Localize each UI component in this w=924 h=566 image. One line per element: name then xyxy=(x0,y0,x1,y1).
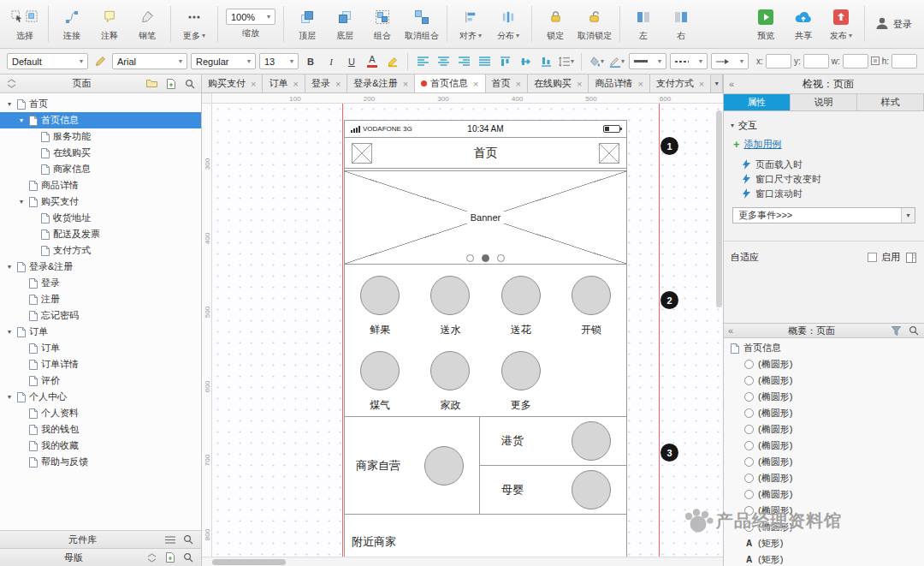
carousel-dot[interactable] xyxy=(466,254,474,262)
tool-select-button[interactable]: 选择 xyxy=(7,2,43,46)
merchant-self-cell[interactable]: 商家自营 xyxy=(345,417,480,514)
mother-baby-circle[interactable] xyxy=(572,470,611,509)
highlight-button[interactable] xyxy=(384,53,401,70)
outline-item-5[interactable]: (椭圆形) xyxy=(724,438,924,454)
tree-item-2[interactable]: 服务功能 xyxy=(0,128,201,145)
tab-close-icon[interactable]: × xyxy=(516,79,521,89)
outline-item-2[interactable]: (椭圆形) xyxy=(724,389,924,405)
border-width-dropdown[interactable]: ▾ xyxy=(629,53,666,69)
tool-group-button[interactable]: 组合 xyxy=(364,2,400,46)
tree-item-3[interactable]: 在线购买 xyxy=(0,145,201,161)
outline-item-12[interactable]: A(矩形) xyxy=(724,551,924,566)
align-justify-button[interactable] xyxy=(476,53,493,70)
tree-item-15[interactable]: 订单 xyxy=(0,340,201,356)
y-input[interactable] xyxy=(803,54,829,69)
tree-item-14[interactable]: ▾订单 xyxy=(0,324,201,340)
tab-close-icon[interactable]: × xyxy=(473,79,478,89)
outline-item-6[interactable]: (椭圆形) xyxy=(724,454,924,470)
tab-properties[interactable]: 属性 xyxy=(724,94,791,110)
page-tab-5[interactable]: 首页× xyxy=(486,74,528,92)
event-row-1[interactable]: 窗口尺寸改变时 xyxy=(724,172,924,187)
outline-item-0[interactable]: (椭圆形) xyxy=(724,356,924,372)
mother-baby-cell[interactable]: 母婴 xyxy=(480,465,626,514)
page-tab-7[interactable]: 商品详情× xyxy=(589,74,649,92)
add-page-icon[interactable] xyxy=(164,77,177,90)
h-input[interactable] xyxy=(891,54,917,69)
design-canvas[interactable]: VODAFONE 3G 10:34 AM 首页 Banner xyxy=(212,104,723,566)
tree-item-0[interactable]: ▾首页 xyxy=(0,96,201,112)
service-item[interactable]: 送花 xyxy=(486,276,556,337)
tool-publish-button[interactable]: 发布▾ xyxy=(823,2,859,46)
page-tab-6[interactable]: 在线购买× xyxy=(528,74,589,92)
nav-bar[interactable]: 首页 xyxy=(345,138,626,169)
arrow-style-dropdown[interactable]: ▾ xyxy=(711,53,749,69)
enable-checkbox[interactable] xyxy=(868,253,877,262)
tool-unlock-button[interactable]: 取消锁定 xyxy=(575,2,614,46)
outline-root[interactable]: 首页信息 xyxy=(724,340,924,356)
page-tab-0[interactable]: 购买支付× xyxy=(202,74,263,92)
page-tab-8[interactable]: 支付方式× xyxy=(650,74,711,92)
outline-item-1[interactable]: (椭圆形) xyxy=(724,372,924,389)
tool-right-button[interactable]: 右 xyxy=(663,2,699,46)
carousel-dot-active[interactable] xyxy=(482,254,489,262)
align-center-button[interactable] xyxy=(435,53,452,70)
tab-close-icon[interactable]: × xyxy=(403,79,408,89)
scrollbar-thumb[interactable] xyxy=(212,559,286,565)
font-family-dropdown[interactable]: Arial ▾ xyxy=(112,53,187,69)
tool-preview-button[interactable]: 预览 xyxy=(748,2,784,46)
search-icon[interactable] xyxy=(907,325,920,337)
tree-item-4[interactable]: 商家信息 xyxy=(0,161,201,177)
zoom-dropdown[interactable]: 100%▾ xyxy=(226,9,275,25)
border-style-dropdown[interactable]: ▾ xyxy=(670,53,708,69)
tree-item-16[interactable]: 订单详情 xyxy=(0,356,201,372)
event-row-0[interactable]: 页面载入时 xyxy=(724,158,924,172)
add-folder-icon[interactable] xyxy=(145,77,158,90)
outline-item-11[interactable]: A(矩形) xyxy=(724,535,924,551)
annotation-marker-2[interactable]: 2 xyxy=(660,291,678,309)
page-tab-3[interactable]: 登录&注册× xyxy=(347,74,415,92)
image-placeholder-right[interactable] xyxy=(599,143,619,164)
tab-notes[interactable]: 说明 xyxy=(791,94,857,110)
tab-close-icon[interactable]: × xyxy=(699,79,704,89)
collapse-outline-icon[interactable]: « xyxy=(728,325,733,336)
event-row-2[interactable]: 窗口滚动时 xyxy=(724,187,924,201)
outline-item-4[interactable]: (椭圆形) xyxy=(724,421,924,438)
align-left-button[interactable] xyxy=(414,53,431,70)
tool-align-button[interactable]: 对齐▾ xyxy=(453,2,489,46)
tab-close-icon[interactable]: × xyxy=(293,79,298,89)
hk-goods-circle[interactable] xyxy=(572,421,611,461)
tool-more-button[interactable]: 更多▾ xyxy=(176,2,212,46)
fill-color-button[interactable]: ▾ xyxy=(588,53,605,70)
tree-item-13[interactable]: 忘记密码 xyxy=(0,307,201,324)
border-color-button[interactable]: ▾ xyxy=(608,53,625,70)
page-tab-2[interactable]: 登录× xyxy=(305,74,347,92)
line-spacing-button[interactable]: ▾ xyxy=(558,53,575,70)
tree-item-22[interactable]: 帮助与反馈 xyxy=(0,454,201,470)
search-icon[interactable] xyxy=(181,551,194,564)
tree-item-9[interactable]: 支付方式 xyxy=(0,242,201,259)
tree-item-17[interactable]: 评价 xyxy=(0,372,201,389)
service-item[interactable]: 家政 xyxy=(415,351,485,413)
guide-line-left[interactable] xyxy=(342,104,343,566)
expand-icon[interactable] xyxy=(145,551,158,564)
tree-item-6[interactable]: ▾购买支付 xyxy=(0,194,201,210)
tool-back-button[interactable]: 底层 xyxy=(327,2,363,46)
w-input[interactable] xyxy=(843,54,868,69)
vertical-scrollbar[interactable] xyxy=(716,110,722,307)
font-style-dropdown[interactable]: Regular ▾ xyxy=(191,53,256,69)
carousel-dot[interactable] xyxy=(497,254,505,262)
add-page-icon[interactable] xyxy=(163,551,176,564)
valign-middle-button[interactable] xyxy=(517,53,534,70)
tree-item-7[interactable]: 收货地址 xyxy=(0,210,201,226)
zoom-control[interactable]: 100%▾缩放 xyxy=(223,2,278,46)
search-icon[interactable] xyxy=(183,77,196,90)
service-item[interactable]: 煤气 xyxy=(345,351,415,413)
edit-style-button[interactable] xyxy=(92,53,109,70)
tool-pen-button[interactable]: 钢笔 xyxy=(129,2,165,46)
tool-note-button[interactable]: 注释 xyxy=(92,2,127,46)
image-placeholder-left[interactable] xyxy=(352,143,372,164)
nearby-merchants-title[interactable]: 附近商家 xyxy=(350,534,400,558)
tool-ungroup-button[interactable]: 取消组合 xyxy=(402,2,441,46)
italic-button[interactable]: I xyxy=(323,53,340,70)
tree-item-1[interactable]: ▾首页信息 xyxy=(0,112,201,128)
